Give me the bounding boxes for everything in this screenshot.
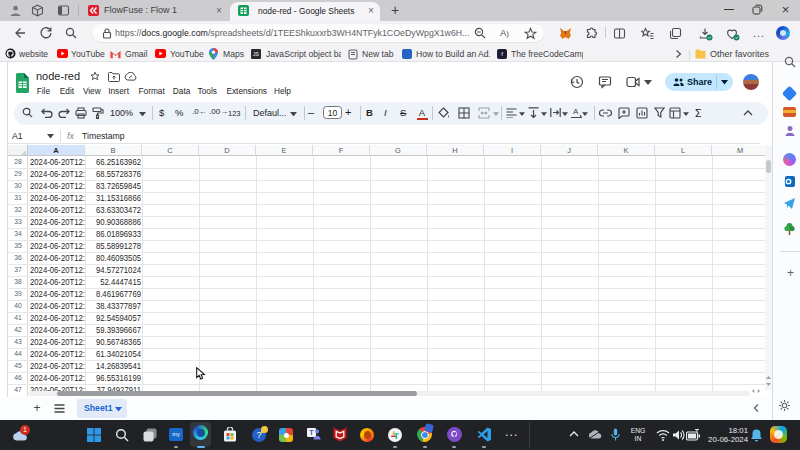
- svg-text:A: A: [573, 107, 579, 116]
